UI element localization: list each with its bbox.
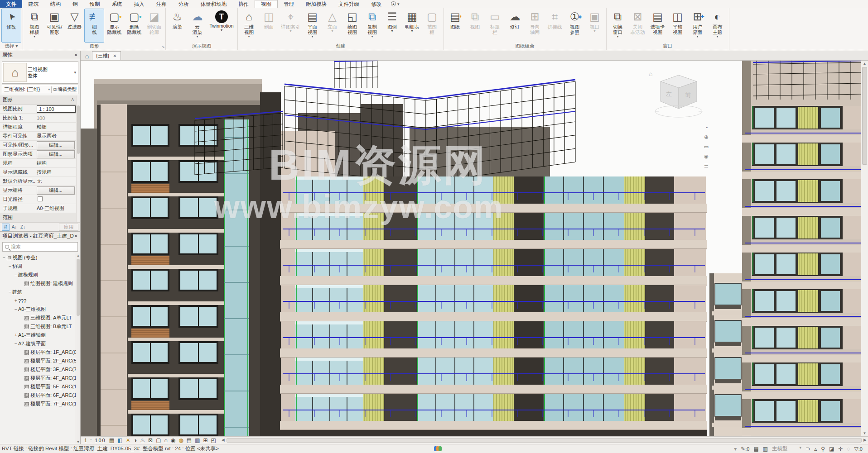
user-interface-button[interactable]: ⊞✚用户 界面▾	[688, 9, 708, 43]
show-hidden-lines-button[interactable]: ▢●显示 隐藏线	[104, 9, 124, 43]
sheet-button[interactable]: ▤✶图纸	[445, 9, 465, 43]
remove-hidden-lines-button[interactable]: ▢●删除 隐藏线	[124, 9, 144, 43]
elevation-button[interactable]: △立面▾	[323, 9, 342, 43]
active-workset-dropdown[interactable]: 主模型▾	[772, 445, 801, 452]
select-underlay-elements-icon[interactable]: ▵	[814, 446, 817, 452]
show-rendering-dialog-icon[interactable]: ♨	[140, 437, 145, 443]
type-selector[interactable]: ⌂ 三维视图 整体 ▾	[2, 61, 78, 84]
visibility-graphics-button[interactable]: ▣可见性/ 图形	[44, 9, 64, 43]
sun-path-icon[interactable]: ☀	[125, 437, 130, 443]
tree-item[interactable]: 楼层平面: 7F_ARC(19	[0, 400, 80, 408]
ribbon-tab-预制[interactable]: 预制	[84, 0, 106, 8]
temporary-view-properties-icon[interactable]: ▥	[195, 437, 200, 443]
tree-expander-icon[interactable]: −	[8, 264, 12, 269]
property-value[interactable]: 结构	[35, 160, 80, 167]
tree-item[interactable]: −A0-三维视图	[0, 305, 80, 314]
guide-grid-button[interactable]: ⊞导向 轴网	[525, 9, 545, 43]
scale-input[interactable]: 1 : 100	[37, 105, 76, 113]
worksharing-display-icon[interactable]: ▤	[187, 437, 192, 443]
property-value[interactable]: 无	[35, 178, 80, 185]
type-selector-chevron-icon[interactable]: ▾	[72, 70, 78, 75]
property-value[interactable]: 精细	[35, 124, 80, 130]
tree-expander-icon[interactable]: −	[14, 341, 18, 346]
zoom-icon[interactable]: ⊕	[704, 134, 709, 141]
close-view-tab-icon[interactable]: ✕	[113, 53, 116, 58]
tree-item[interactable]: 楼层平面: 5F_ARC(13	[0, 382, 80, 391]
scroll-up-icon[interactable]: ▲	[861, 62, 868, 66]
ribbon-tab-管理[interactable]: 管理	[278, 0, 300, 8]
default-3d-view-button[interactable]: ⌂三维 视图▾	[239, 9, 259, 43]
ribbon-tab-协作[interactable]: 协作	[232, 0, 255, 8]
chevron-down-icon[interactable]: ▾	[734, 446, 737, 452]
tree-item[interactable]: 楼层平面: 4F_ARC(10	[0, 374, 80, 382]
scroll-down-icon[interactable]: ▼	[76, 440, 80, 443]
tree-item[interactable]: −建模规则	[0, 271, 80, 279]
sort-descending-icon[interactable]: Z↓	[19, 224, 27, 231]
property-value[interactable]: A0-三维视图	[35, 205, 80, 212]
show-constraints-icon[interactable]: ⊞	[203, 437, 207, 443]
schedules-button[interactable]: ▦明细表▾	[402, 9, 422, 43]
section-button[interactable]: ◫剖面	[259, 9, 279, 43]
legends-button[interactable]: ☰图例▾	[382, 9, 402, 43]
thin-lines-button[interactable]: ≢细 线	[84, 9, 104, 43]
property-value[interactable]: 100	[35, 115, 80, 121]
revisions-button[interactable]: ☁修订	[505, 9, 525, 43]
select-elements-by-face-icon[interactable]: ◪	[829, 446, 834, 452]
worksets-icon[interactable]	[434, 446, 442, 451]
sort-default-icon[interactable]: ⇵	[2, 224, 10, 231]
view-scale-button[interactable]: 1 : 100	[84, 438, 106, 443]
drag-elements-on-selection-icon[interactable]: ✛	[838, 446, 843, 452]
apply-button[interactable]: 应用	[59, 224, 78, 231]
tile-views-button[interactable]: ◫平铺 视图	[668, 9, 688, 43]
orbit-icon[interactable]: ◉	[704, 153, 709, 160]
render-in-cloud-button[interactable]: ☁云 渲染▾	[187, 9, 207, 43]
ribbon-tab-系统[interactable]: 系统	[106, 0, 128, 8]
select-links-icon[interactable]: ⊃	[805, 446, 810, 452]
plan-views-button[interactable]: ▤平面 视图▾	[303, 9, 323, 43]
hscroll-thumb[interactable]	[227, 438, 862, 443]
filters-button[interactable]: ▽过滤器	[64, 9, 84, 43]
view-template-button[interactable]: ⧉视图 样板▾	[24, 9, 44, 43]
ribbon-tab-钢[interactable]: 钢	[67, 0, 84, 8]
scroll-right-icon[interactable]: ▶	[863, 438, 867, 442]
tree-expander-icon[interactable]: −	[14, 307, 18, 312]
tree-item[interactable]: 三维视图: B单元LT	[0, 322, 80, 331]
editing-requests-icon[interactable]: ▤	[753, 446, 758, 452]
viewports-button[interactable]: ▣视口▾	[585, 9, 605, 43]
tree-item[interactable]: 楼层平面: 1F_ARC(0.	[0, 348, 80, 357]
view-reference-button[interactable]: ①◆视图 参照	[565, 9, 585, 43]
switch-windows-button[interactable]: ⧉切换 窗口▾	[608, 9, 628, 43]
reveal-hidden-elements-icon[interactable]: ◍	[178, 437, 183, 443]
render-button[interactable]: ♨渲染	[167, 9, 187, 43]
callout-button[interactable]: ⌖详图索引▾	[279, 9, 303, 43]
temporary-hide-isolate-icon[interactable]: ◉	[171, 437, 175, 443]
vscroll-thumb[interactable]	[862, 67, 867, 165]
ribbon-display-toggle[interactable]: ▲▾	[387, 0, 403, 8]
show-crop-region-icon[interactable]: ▢	[156, 437, 161, 443]
tree-item[interactable]: −建筑	[0, 288, 80, 296]
ribbon-tab-附加模块[interactable]: 附加模块	[300, 0, 333, 8]
property-value[interactable]: 1 : 100	[35, 105, 80, 113]
ribbon-tab-文件升级[interactable]: 文件升级	[333, 0, 365, 8]
horizontal-scrollbar[interactable]: ◀ ▶	[220, 437, 868, 444]
drawing-area[interactable]: BIM资源网 www.bimzyw.com ⌂ 左 前 ◔ ⊕ ▭ ◉	[81, 61, 861, 436]
modify-button[interactable]: ➤修改	[1, 9, 21, 43]
property-value[interactable]	[35, 196, 80, 202]
edit-button[interactable]: 编辑...	[37, 150, 75, 158]
ribbon-tab-建筑[interactable]: 建筑	[22, 0, 44, 8]
edit-button[interactable]: 编辑...	[37, 141, 75, 149]
tree-expander-icon[interactable]: −	[8, 290, 12, 295]
section-graphics[interactable]: 图形ᐱ	[0, 95, 80, 105]
property-value[interactable]: 显示两者	[35, 133, 80, 139]
properties-scrollbar[interactable]	[76, 95, 80, 222]
edit-button[interactable]: 编辑...	[37, 186, 75, 195]
scope-box-button[interactable]: ▢范围 框	[422, 9, 442, 43]
drafting-view-button[interactable]: ◱绘图 视图	[342, 9, 362, 43]
ribbon-tab-视图[interactable]: 视图	[255, 0, 278, 8]
browser-search-input[interactable]: 搜索	[2, 242, 78, 252]
tree-item[interactable]: +A1-三维轴侧	[0, 331, 80, 339]
ribbon-tab-插入[interactable]: 插入	[128, 0, 150, 8]
unlocked-3d-view-icon[interactable]: ⌂	[164, 437, 168, 443]
viewcube[interactable]: ⌂ 左 前	[648, 68, 707, 124]
displaced-elements-icon[interactable]: ◰	[211, 437, 216, 443]
